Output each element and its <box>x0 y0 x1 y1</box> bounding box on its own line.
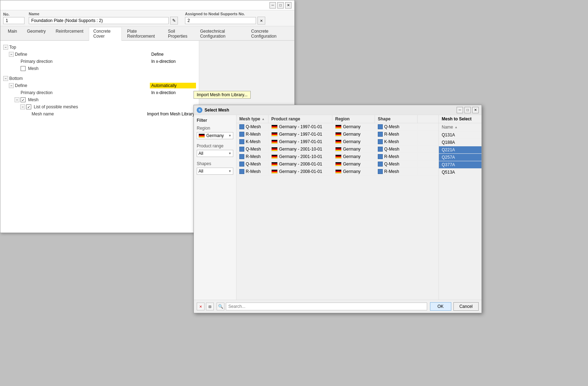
cell-product-range-0: Germany - 1997-01-01 <box>268 123 332 130</box>
filter-shapes-arrow: ▼ <box>228 169 232 173</box>
mesh-name-col-header: Name ▲ <box>439 123 481 131</box>
flag-3 <box>271 147 278 151</box>
tab-plate-reinforcement[interactable]: Plate Reinforcement <box>123 27 163 40</box>
cell-product-range-6: Germany - 2008-01-01 <box>268 168 332 175</box>
dialog-close-button[interactable]: ✕ <box>472 107 479 113</box>
mesh-row-6[interactable]: R-Mesh Germany - 2008-01-01 Germany R-Me… <box>236 168 439 175</box>
tab-geometry[interactable]: Geometry <box>22 27 50 40</box>
bottom-define-row: − Define Automatically <box>9 82 196 89</box>
tab-concrete-cover[interactable]: Concrete Cover <box>89 27 122 41</box>
mesh-row-2[interactable]: K-Mesh Germany - 1997-01-01 Germany K-Me… <box>236 138 439 146</box>
dialog-minimize-button[interactable]: ─ <box>457 107 463 113</box>
bottom-mesh-node: − ✓ Mesh − ✓ List of possible meshes <box>15 96 196 118</box>
flag-region-2 <box>335 140 342 144</box>
cell-mesh-type-2: K-Mesh <box>236 138 268 145</box>
filter-title: Filter <box>197 118 233 123</box>
shape-icon-0 <box>378 124 383 129</box>
bottom-mesh-checkbox[interactable]: ✓ <box>21 97 26 102</box>
mesh-row-5[interactable]: Q-Mesh Germany - 2008-01-01 Germany Q-Me… <box>236 161 439 168</box>
bottom-list-row: − ✓ List of possible meshes <box>20 103 196 110</box>
top-define-expander[interactable]: − <box>9 52 14 57</box>
bottom-define-expander[interactable]: − <box>9 83 14 88</box>
flag-5 <box>271 162 278 166</box>
dialog-maximize-button[interactable]: □ <box>464 107 471 113</box>
bottom-mesh-expander[interactable]: − <box>15 97 20 102</box>
mesh-item-Q131A[interactable]: Q131A <box>439 131 481 139</box>
filter-product-range-label: Product range <box>197 143 233 148</box>
bottom-list-checkbox[interactable]: ✓ <box>26 104 31 109</box>
filter-region-select[interactable]: Germany ▼ <box>197 132 233 139</box>
tab-soil-properties[interactable]: Soil Properties <box>163 27 195 40</box>
maximize-button[interactable]: □ <box>277 2 284 9</box>
cell-shape-2: K-Mesh <box>375 138 418 145</box>
footer-delete-button[interactable]: ✕ <box>197 303 205 310</box>
footer-filter-button[interactable]: ⊟ <box>206 303 214 310</box>
dialog-title: S Select Mesh <box>197 107 229 113</box>
name-field: ✎ <box>29 17 178 25</box>
filter-region-label: Region <box>197 126 233 131</box>
top-primary-direction-value: In x-direction <box>150 59 196 64</box>
top-mesh-checkbox[interactable] <box>21 66 26 71</box>
top-define-row: − Define Define <box>9 51 196 58</box>
filter-product-range-select[interactable]: All ▼ <box>197 150 233 157</box>
top-expander[interactable]: − <box>3 45 8 50</box>
bottom-define-label: Define <box>15 83 149 88</box>
mesh-icon-0 <box>239 124 244 129</box>
search-input[interactable] <box>226 303 427 310</box>
bottom-primary-direction-row: Primary direction In x-direction <box>15 89 196 96</box>
tab-reinforcement[interactable]: Reinforcement <box>51 27 88 40</box>
mesh-row-0[interactable]: Q-Mesh Germany - 1997-01-01 Germany Q-Me… <box>236 123 439 131</box>
mesh-item-Q221A[interactable]: Q221A <box>439 146 481 154</box>
ok-button[interactable]: OK <box>430 302 451 311</box>
cell-mesh-type-5: Q-Mesh <box>236 161 268 168</box>
tab-geotechnical-configuration[interactable]: Geotechnical Configuration <box>195 27 246 40</box>
name-input[interactable] <box>29 17 169 24</box>
mesh-item-Q377A[interactable]: Q377A <box>439 161 481 169</box>
bottom-expander[interactable]: − <box>3 76 8 81</box>
mesh-table-header: Mesh type ▲ Product range Region Shape <box>236 115 439 123</box>
cell-shape-0: Q-Mesh <box>375 123 418 130</box>
mesh-item-Q513A[interactable]: Q513A <box>439 169 481 176</box>
mesh-item-Q257A[interactable]: Q257A <box>439 154 481 161</box>
assigned-edit-button[interactable]: ✕ <box>257 17 265 25</box>
filter-product-range-group: Product range All ▼ <box>197 143 233 157</box>
assigned-input[interactable] <box>185 17 256 24</box>
bottom-define-value: Automatically <box>150 83 196 88</box>
cell-shape-4: R-Mesh <box>375 153 418 160</box>
cancel-button[interactable]: Cancel <box>453 302 479 311</box>
flag-1 <box>271 132 278 136</box>
bottom-list-label: List of possible meshes <box>34 104 196 109</box>
search-icon-button[interactable]: 🔍 <box>217 303 224 310</box>
mesh-icon-5 <box>239 162 244 167</box>
tab-main[interactable]: Main <box>3 27 22 40</box>
filter-product-range-value: All <box>198 151 228 156</box>
mesh-item-Q188A[interactable]: Q188A <box>439 139 481 146</box>
dialog-title-text: Select Mesh <box>205 108 229 113</box>
filter-region-group: Region Germany ▼ <box>197 126 233 139</box>
name-label: Name <box>29 12 178 16</box>
name-col: Name ✎ <box>29 12 178 25</box>
filter-shapes-select[interactable]: All ▼ <box>197 168 233 175</box>
cell-product-range-4: Germany - 2001-10-01 <box>268 153 332 160</box>
mesh-row-1[interactable]: R-Mesh Germany - 1997-01-01 Germany R-Me… <box>236 131 439 138</box>
cell-product-range-2: Germany - 1997-01-01 <box>268 138 332 145</box>
bottom-mesh-name-row: Mesh name Import from Mesh Library <box>32 110 196 118</box>
cell-region-5: Germany <box>332 161 375 168</box>
mesh-icon-4 <box>239 154 244 159</box>
cell-region-6: Germany <box>332 168 375 175</box>
assigned-col: Assigned to Nodal Supports No. ✕ <box>185 12 265 25</box>
name-edit-button[interactable]: ✎ <box>170 17 178 25</box>
mesh-row-4[interactable]: R-Mesh Germany - 2001-10-01 Germany R-Me… <box>236 153 439 161</box>
bottom-list-expander[interactable]: − <box>20 104 25 109</box>
top-mesh-label: Mesh <box>28 66 196 71</box>
shape-icon-3 <box>378 147 383 152</box>
top-primary-direction-row: Primary direction In x-direction <box>15 58 196 65</box>
bottom-mesh-row: − ✓ Mesh <box>15 96 196 103</box>
close-button[interactable]: ✕ <box>285 2 292 9</box>
mesh-row-3[interactable]: Q-Mesh Germany - 2001-10-01 Germany Q-Me… <box>236 146 439 153</box>
top-label: Top <box>9 45 196 50</box>
tab-concrete-configuration[interactable]: Concrete Configuration <box>246 27 291 40</box>
bottom-primary-direction-label: Primary direction <box>21 90 149 95</box>
minimize-button[interactable]: ─ <box>270 2 276 9</box>
flag-2 <box>271 140 278 144</box>
